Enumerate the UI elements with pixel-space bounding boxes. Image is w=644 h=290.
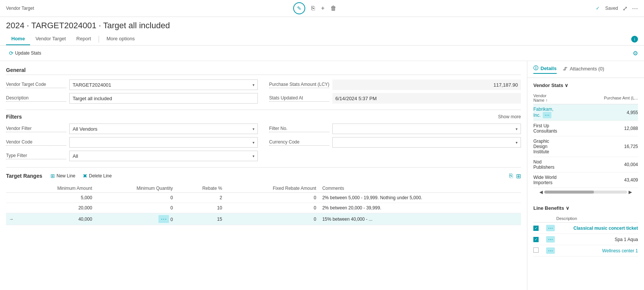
benefit-check-cell: [533, 245, 545, 256]
delete-line-button[interactable]: ✖ Delete Line: [79, 171, 116, 180]
update-stats-button[interactable]: ⟳ Update Stats: [6, 49, 44, 58]
row-fixed-rebate: 0: [225, 213, 319, 225]
filter-no-input[interactable]: ▾: [332, 124, 521, 134]
row-context-menu[interactable]: ⋯: [158, 215, 169, 223]
attachments-icon: 🖇: [563, 66, 568, 72]
vendor-code-arrow[interactable]: ▾: [253, 140, 254, 145]
range-layout-icon[interactable]: ⊞: [516, 172, 521, 180]
tab-report[interactable]: Report: [71, 33, 96, 45]
update-stats-label: Update Stats: [15, 50, 41, 56]
new-line-button[interactable]: ⊞ New Line: [47, 171, 79, 180]
vendor-target-code-row: Vendor Target Code TARGET2024001 ▾: [6, 79, 258, 90]
vendor-code-field: ▾: [69, 137, 258, 148]
table-row[interactable]: → 40,000 ⋯ 0 15 0 15% between 40,000 - .…: [6, 213, 521, 225]
show-more-button[interactable]: Show more: [498, 114, 521, 119]
stats-updated-field: 6/14/2024 5:37 PM: [332, 93, 521, 104]
tab-vendor-target[interactable]: Vendor Target: [30, 33, 71, 45]
vendor-code-label: Vendor Code: [6, 139, 66, 146]
vendor-code-input[interactable]: ▾: [69, 137, 258, 148]
vendor-target-code-input[interactable]: TARGET2024001 ▾: [69, 79, 258, 90]
benefit-context-menu[interactable]: ⋯: [546, 236, 555, 243]
col-arrow: [6, 184, 17, 193]
main-layout: General Vendor Target Code TARGET2024001…: [0, 61, 644, 290]
vendor-stats-label: Vendor Stats: [533, 82, 563, 88]
vendor-scroll-nav: ◀ ▶: [533, 188, 638, 196]
stats-updated-label: Stats Updated At: [269, 95, 329, 102]
tab-home[interactable]: Home: [6, 33, 30, 45]
vendor-table-body: Fabrikam, Inc.⋯ 4,955 First Up Consultan…: [533, 104, 638, 188]
saved-label: Saved: [605, 6, 618, 11]
info-icon: i: [631, 36, 638, 43]
scroll-right-arrow[interactable]: ▶: [629, 189, 632, 195]
list-item: ✓ ⋯ Spa 1 Aqua: [533, 234, 638, 245]
nav-divider: [99, 36, 99, 43]
vendor-stats-title[interactable]: Vendor Stats ∨: [533, 82, 638, 88]
purchase-stats-field: 117,187.90: [332, 79, 521, 90]
benefit-context-menu[interactable]: ⋯: [546, 225, 555, 231]
vendor-filter-arrow[interactable]: ▾: [253, 127, 254, 131]
row-min-qty: ⋯ 0: [95, 213, 176, 225]
right-panel: ⓘ Details 🖇 Attachments (0) Vendor Stats…: [527, 61, 644, 290]
benefit-checkbox[interactable]: [533, 247, 539, 253]
row-fixed-rebate: 0: [225, 193, 319, 203]
vendor-filter-input[interactable]: All Vendors ▾: [69, 124, 258, 134]
benefit-dots-cell: ⋯: [545, 223, 556, 234]
open-external-icon[interactable]: ⤢: [623, 5, 627, 12]
description-input[interactable]: Target all included: [69, 93, 258, 104]
vendor-name: First Up Consultants: [533, 123, 557, 134]
general-form: Vendor Target Code TARGET2024001 ▾ Descr…: [6, 79, 521, 104]
description-row: Description Target all included: [6, 93, 258, 104]
vendor-target-code-dropdown-arrow[interactable]: ▾: [253, 83, 254, 87]
purchase-stats-row: Purchase Stats Amount (LCY) 117,187.90: [269, 79, 521, 90]
benefit-desc-cell: Wellness center 1: [556, 245, 638, 256]
currency-code-arrow[interactable]: ▾: [516, 140, 518, 145]
table-row[interactable]: 5,000 0 2 0 2% between 5,000 - 19,999. N…: [6, 193, 521, 203]
benefit-name[interactable]: Wellness center 1: [602, 248, 638, 253]
col-fixed-rebate: Fixed Rebate Amount: [225, 184, 319, 193]
delete-icon[interactable]: 🗑: [330, 5, 336, 12]
add-icon[interactable]: +: [321, 5, 324, 12]
filters-form: Vendor Filter All Vendors ▾ Vendor Code: [6, 124, 521, 161]
general-right-col: Purchase Stats Amount (LCY) 117,187.90 S…: [269, 79, 521, 104]
tab-more-options[interactable]: More options: [101, 33, 140, 45]
vendor-stats-table: Vendor Name ↑ Purchase Amt (L... Fabrika…: [533, 92, 638, 188]
benefits-table: Description ✓ ⋯ Classical music concert …: [533, 215, 638, 256]
update-stats-icon: ⟳: [9, 50, 14, 56]
benefit-checkbox[interactable]: ✓: [533, 226, 539, 231]
benefit-context-menu[interactable]: ⋯: [546, 247, 555, 254]
benefits-col-dots: [545, 215, 556, 223]
vendor-cell-amount: 40,004: [557, 157, 638, 172]
edit-button[interactable]: ✎: [293, 2, 305, 14]
right-panel-tabs: ⓘ Details 🖇 Attachments (0): [527, 61, 644, 78]
vendor-col-amount: Purchase Amt (L...: [557, 92, 638, 104]
currency-code-input[interactable]: ▾: [332, 137, 521, 148]
tab-details[interactable]: ⓘ Details: [533, 65, 557, 74]
more-options-icon[interactable]: ⋯: [632, 5, 638, 12]
type-filter-input[interactable]: All ▾: [69, 151, 258, 161]
list-item: Nod Publishers 40,004: [533, 157, 638, 172]
filter-no-row: Filter No. ▾: [269, 124, 521, 134]
currency-code-field: ▾: [332, 137, 521, 148]
scroll-left-arrow[interactable]: ◀: [539, 189, 543, 195]
table-row[interactable]: 20,000 0 10 0 2% between 20,000 - 39,999…: [6, 203, 521, 213]
benefit-checkbox[interactable]: ✓: [533, 237, 539, 242]
vendor-context-menu[interactable]: ⋯: [543, 112, 551, 118]
type-filter-field: All ▾: [69, 151, 258, 161]
tab-attachments[interactable]: 🖇 Attachments (0): [563, 66, 604, 73]
col-rebate-pct: Rebate %: [176, 184, 225, 193]
filter-no-arrow[interactable]: ▾: [516, 127, 518, 131]
col-min-qty: Minimum Quantity: [95, 184, 176, 193]
filters-section: Vendor Filter All Vendors ▾ Vendor Code: [0, 122, 527, 167]
benefit-check-cell: ✓: [533, 234, 545, 245]
line-benefits-title[interactable]: Line Benefits ∨: [533, 205, 638, 211]
share-icon[interactable]: ⎘: [311, 5, 315, 12]
action-bar: ⟳ Update Stats ⚙: [0, 46, 644, 61]
type-filter-value: All: [73, 153, 78, 159]
filters-header: Filters Show more: [0, 110, 527, 122]
table-header: Minimum Amount Minimum Quantity Rebate %…: [6, 184, 521, 193]
wrench-icon[interactable]: ⚙: [633, 50, 638, 57]
row-fixed-rebate: 0: [225, 203, 319, 213]
type-filter-arrow[interactable]: ▾: [253, 154, 254, 158]
vendor-code-row: Vendor Code ▾: [6, 137, 258, 148]
range-share-icon[interactable]: ⎘: [509, 172, 513, 180]
